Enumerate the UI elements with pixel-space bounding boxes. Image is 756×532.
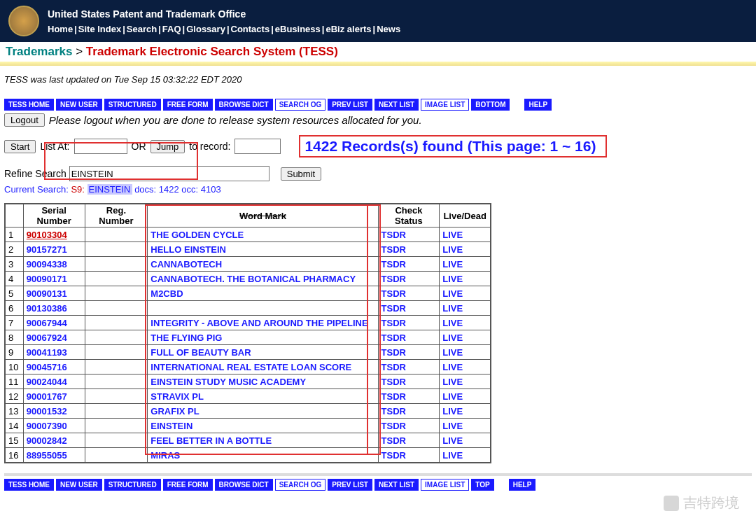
nav-button[interactable]: IMAGE LIST (421, 479, 469, 491)
nav-button[interactable]: IMAGE LIST (421, 99, 469, 111)
nav-button[interactable]: HELP (509, 479, 536, 491)
serial-link[interactable]: 90130386 (23, 301, 85, 316)
serial-link[interactable]: 90001532 (23, 404, 85, 419)
serial-link[interactable]: 90094338 (23, 257, 85, 272)
serial-link[interactable]: 90001767 (23, 389, 85, 404)
serial-link[interactable]: 90024044 (23, 374, 85, 389)
header-nav-link[interactable]: FAQ (162, 24, 181, 34)
wordmark-link[interactable]: MIRAS (148, 448, 378, 463)
nav-button[interactable]: Bottom (471, 99, 510, 111)
check-status-link[interactable]: TSDR (378, 301, 440, 316)
wordmark-link[interactable]: THE GOLDEN CYCLE (148, 227, 378, 242)
header-nav-link[interactable]: eBiz alerts (326, 24, 371, 34)
serial-link[interactable]: 90045716 (23, 360, 85, 374)
nav-button[interactable]: Free Form (163, 479, 213, 491)
nav-button[interactable]: New User (56, 99, 102, 111)
wordmark-link[interactable]: FULL OF BEAUTY BAR (148, 345, 378, 360)
wordmark-link[interactable]: M2CBD (148, 286, 378, 301)
check-status-link[interactable]: TSDR (378, 419, 440, 433)
logout-button[interactable]: Logout (4, 113, 45, 127)
header-nav-link[interactable]: News (377, 24, 400, 34)
submit-button[interactable]: Submit (281, 167, 321, 181)
nav-button[interactable]: Top (471, 479, 493, 491)
wordmark-link[interactable]: INTERNATIONAL REAL ESTATE LOAN SCORE (148, 360, 378, 374)
row-index: 9 (5, 345, 23, 360)
check-status-link[interactable]: TSDR (378, 448, 440, 463)
wordmark-link[interactable]: FEEL BETTER IN A BOTTLE (148, 433, 378, 448)
check-status-link[interactable]: TSDR (378, 257, 440, 272)
table-row: 1090045716INTERNATIONAL REAL ESTATE LOAN… (5, 360, 491, 374)
nav-button[interactable]: SEARCH OG (275, 479, 326, 491)
live-dead: LIVE (440, 360, 491, 374)
wordmark-link[interactable]: INTEGRITY - ABOVE AND AROUND THE PIPELIN… (148, 316, 378, 330)
nav-button[interactable]: Tess Home (4, 99, 54, 111)
serial-link[interactable]: 90090171 (23, 272, 85, 286)
header-nav-link[interactable]: Search (127, 24, 157, 34)
wordmark-link[interactable]: HELLO EINSTEIN (148, 242, 378, 257)
nav-button[interactable]: Next List (374, 99, 419, 111)
current-search-s9: S9: (71, 184, 85, 195)
wordmark-link[interactable]: EINSTEIN STUDY MUSIC ACADEMY (148, 374, 378, 389)
nav-button[interactable]: New User (56, 479, 102, 491)
wordmark-link[interactable]: GRAFIX PL (148, 404, 378, 419)
check-status-link[interactable]: TSDR (378, 330, 440, 345)
list-at-input[interactable] (74, 139, 127, 154)
nav-button[interactable]: SEARCH OG (275, 99, 326, 111)
serial-link[interactable]: 90067924 (23, 330, 85, 345)
reg-number (85, 286, 148, 301)
check-status-link[interactable]: TSDR (378, 316, 440, 330)
table-row: 190103304THE GOLDEN CYCLETSDRLIVE (5, 227, 491, 242)
serial-link[interactable]: 90002842 (23, 433, 85, 448)
wordmark-link[interactable] (148, 301, 378, 316)
check-status-link[interactable]: TSDR (378, 374, 440, 389)
refine-input[interactable] (69, 166, 270, 181)
nav-separator: | (122, 24, 125, 34)
to-record-input[interactable] (234, 139, 281, 154)
start-button[interactable]: Start (4, 140, 36, 153)
check-status-link[interactable]: TSDR (378, 227, 440, 242)
header-nav-link[interactable]: Home (48, 24, 73, 34)
nav-button[interactable]: Browse Dict (215, 479, 273, 491)
header-nav-link[interactable]: eBusiness (275, 24, 321, 34)
nav-button[interactable]: Free Form (163, 99, 213, 111)
serial-link[interactable]: 90007390 (23, 419, 85, 433)
serial-link[interactable]: 90090131 (23, 286, 85, 301)
reg-number (85, 404, 148, 419)
nav-button[interactable]: Tess Home (4, 479, 54, 491)
jump-button[interactable]: Jump (150, 140, 186, 153)
serial-link[interactable]: 88955055 (23, 448, 85, 463)
nav-button[interactable]: Structured (104, 99, 161, 111)
table-row: 590090131M2CBDTSDRLIVE (5, 286, 491, 301)
check-status-link[interactable]: TSDR (378, 345, 440, 360)
row-index: 16 (5, 448, 23, 463)
serial-link[interactable]: 90103304 (23, 227, 85, 242)
row-index: 4 (5, 272, 23, 286)
check-status-link[interactable]: TSDR (378, 242, 440, 257)
header-nav-link[interactable]: Contacts (231, 24, 270, 34)
wordmark-link[interactable]: STRAVIX PL (148, 389, 378, 404)
header-nav-link[interactable]: Site Index (78, 24, 121, 34)
wordmark-link[interactable]: EINSTEIN (148, 419, 378, 433)
serial-link[interactable]: 90041193 (23, 345, 85, 360)
check-status-link[interactable]: TSDR (378, 286, 440, 301)
live-dead: LIVE (440, 316, 491, 330)
breadcrumb-trademarks[interactable]: Trademarks (6, 45, 72, 58)
wordmark-link[interactable]: THE FLYING PIG (148, 330, 378, 345)
nav-button[interactable]: Prev List (328, 479, 372, 491)
check-status-link[interactable]: TSDR (378, 433, 440, 448)
header-nav-link[interactable]: Glossary (186, 24, 225, 34)
wordmark-link[interactable]: CANNABOTECH (148, 257, 378, 272)
nav-button[interactable]: Prev List (328, 99, 372, 111)
check-status-link[interactable]: TSDR (378, 272, 440, 286)
serial-link[interactable]: 90157271 (23, 242, 85, 257)
nav-button[interactable]: HELP (524, 99, 552, 111)
nav-button[interactable]: Next List (374, 479, 419, 491)
serial-link[interactable]: 90067944 (23, 316, 85, 330)
wordmark-link[interactable]: CANNABOTECH. THE BOTANICAL PHARMACY (148, 272, 378, 286)
nav-button[interactable]: Browse Dict (215, 99, 273, 111)
check-status-link[interactable]: TSDR (378, 360, 440, 374)
check-status-link[interactable]: TSDR (378, 404, 440, 419)
table-row: 1290001767STRAVIX PLTSDRLIVE (5, 389, 491, 404)
check-status-link[interactable]: TSDR (378, 389, 440, 404)
nav-button[interactable]: Structured (104, 479, 161, 491)
